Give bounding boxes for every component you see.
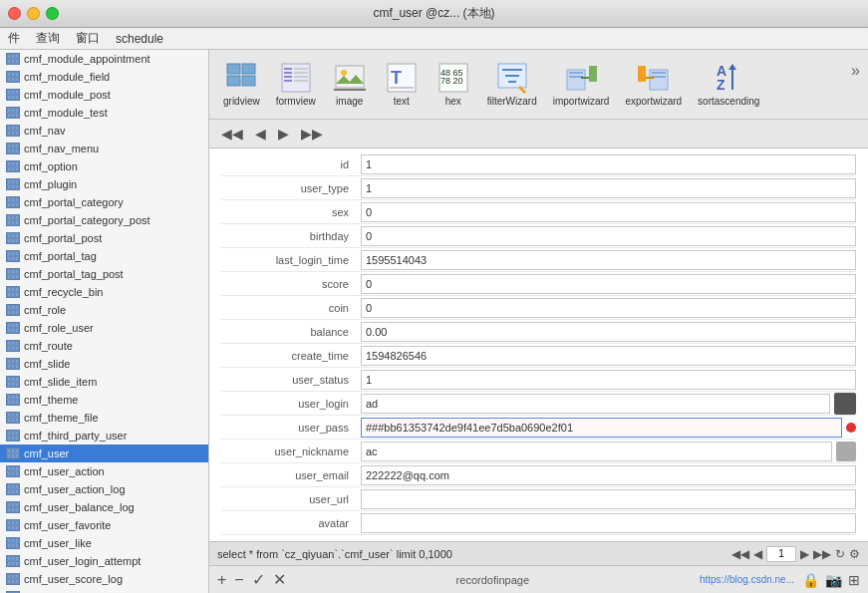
menu-item-window[interactable]: 窗口 (76, 30, 100, 47)
field-input-user_nickname[interactable] (361, 442, 832, 461)
sidebar-item-cmf_module_post[interactable]: cmf_module_post (0, 86, 208, 104)
bottom-toolbar: + − ✓ ✕ recordofinpage https://blog.csdn… (209, 565, 868, 593)
sidebar-item-cmf_user_score_log[interactable]: cmf_user_score_log (0, 570, 208, 588)
sidebar-item-cmf_user[interactable]: cmf_user (0, 445, 208, 462)
field-input-id[interactable] (361, 154, 856, 174)
sidebar-item-cmf_plugin[interactable]: cmf_plugin (0, 175, 208, 193)
sidebar-item-label: cmf_portal_category_post (24, 214, 150, 226)
toolbar-hex[interactable]: 48 65 78 20 hex (430, 58, 477, 111)
table-icon (6, 286, 20, 298)
sidebar-item-cmf_user_token[interactable]: cmf_user_token (0, 588, 208, 593)
toolbar-text[interactable]: T text (378, 58, 426, 111)
import-icon (565, 62, 597, 94)
sidebar-item-cmf_user_action_log[interactable]: cmf_user_action_log (0, 480, 208, 498)
lock-icon[interactable]: 🔒 (802, 572, 819, 588)
status-nav-prev[interactable]: ◀ (753, 547, 762, 561)
field-input-avatar[interactable] (361, 513, 856, 533)
sidebar-item-label: cmf_plugin (24, 178, 77, 190)
sidebar-item-cmf_portal_tag[interactable]: cmf_portal_tag (0, 247, 208, 265)
toolbar-export[interactable]: exportwizard (619, 58, 688, 111)
sidebar-item-cmf_user_balance_log[interactable]: cmf_user_balance_log (0, 498, 208, 516)
field-label-create_time: create_time (221, 350, 361, 362)
sidebar-item-cmf_user_login_attempt[interactable]: cmf_user_login_attempt (0, 552, 208, 570)
sidebar-item-cmf_theme[interactable]: cmf_theme (0, 391, 208, 409)
field-label-user_pass: user_pass (221, 422, 361, 434)
menu-item-schedule[interactable]: schedule (116, 32, 163, 46)
sidebar-item-cmf_user_favorite[interactable]: cmf_user_favorite (0, 516, 208, 534)
sidebar-item-cmf_role[interactable]: cmf_role (0, 301, 208, 319)
remove-button[interactable]: − (234, 571, 243, 589)
field-input-user_status[interactable] (361, 370, 856, 390)
sidebar-item-cmf_route[interactable]: cmf_route (0, 337, 208, 355)
sidebar-item-cmf_user_action[interactable]: cmf_user_action (0, 462, 208, 480)
field-input-sex[interactable] (361, 202, 856, 222)
field-input-create_time[interactable] (361, 346, 856, 366)
field-input-user_url[interactable] (361, 489, 856, 509)
sidebar-item-cmf_recycle_bin[interactable]: cmf_recycle_bin (0, 283, 208, 301)
sidebar-item-cmf_portal_category_post[interactable]: cmf_portal_category_post (0, 211, 208, 229)
sidebar-item-cmf_portal_category[interactable]: cmf_portal_category (0, 193, 208, 211)
camera-icon[interactable]: 📷 (825, 572, 842, 588)
sidebar-item-cmf_slide[interactable]: cmf_slide (0, 355, 208, 373)
status-page-input[interactable] (766, 546, 796, 562)
status-nav-first[interactable]: ◀◀ (731, 547, 749, 561)
field-input-user_email[interactable] (361, 465, 856, 485)
toolbar-import[interactable]: importwizard (547, 58, 616, 111)
toolbar-filter[interactable]: filterWizard (481, 58, 543, 111)
sidebar-item-cmf_portal_tag_post[interactable]: cmf_portal_tag_post (0, 265, 208, 283)
field-input-last_login_time[interactable] (361, 250, 856, 270)
status-nav-next[interactable]: ▶ (800, 547, 809, 561)
sidebar-item-cmf_nav_menu[interactable]: cmf_nav_menu (0, 140, 208, 157)
add-button[interactable]: + (217, 571, 226, 589)
sidebar-item-cmf_module_appointment[interactable]: cmf_module_appointment (0, 50, 208, 68)
field-input-user_login[interactable] (361, 394, 830, 414)
field-input-score[interactable] (361, 274, 856, 294)
svg-rect-13 (336, 66, 364, 88)
menu-item-query[interactable]: 查询 (36, 30, 60, 47)
toolbar-sort[interactable]: A Z sortascending (692, 58, 765, 111)
field-input-user_pass[interactable] (361, 418, 842, 438)
table-icon (6, 196, 20, 208)
minimize-button[interactable] (27, 7, 40, 20)
menu-item-file[interactable]: 件 (8, 30, 20, 47)
close-button[interactable] (8, 7, 21, 20)
nav-first[interactable]: ◀◀ (217, 124, 247, 144)
toolbar-image[interactable]: image (326, 58, 374, 111)
sidebar-item-label: cmf_module_appointment (24, 53, 150, 65)
sidebar-item-cmf_module_test[interactable]: cmf_module_test (0, 104, 208, 122)
user-pass-container: 明文密码为admin (361, 418, 856, 438)
more-button[interactable]: » (851, 54, 860, 80)
field-input-balance[interactable] (361, 322, 856, 342)
form-row: id (221, 152, 856, 176)
sidebar-item-cmf_portal_post[interactable]: cmf_portal_post (0, 229, 208, 247)
discard-button[interactable]: ✕ (273, 570, 286, 589)
hex-icon: 48 65 78 20 (437, 62, 469, 94)
sidebar-item-cmf_nav[interactable]: cmf_nav (0, 122, 208, 140)
form-icon (280, 62, 312, 94)
sidebar-item-cmf_option[interactable]: cmf_option (0, 157, 208, 175)
nav-last[interactable]: ▶▶ (297, 124, 327, 144)
sidebar-item-cmf_module_field[interactable]: cmf_module_field (0, 68, 208, 86)
sidebar-item-cmf_slide_item[interactable]: cmf_slide_item (0, 373, 208, 391)
status-settings[interactable]: ⚙ (849, 547, 860, 561)
bottom-link[interactable]: https://blog.csdn.ne... (700, 574, 794, 585)
sidebar-item-cmf_theme_file[interactable]: cmf_theme_file (0, 409, 208, 427)
nav-prev[interactable]: ◀ (251, 124, 270, 144)
toolbar-formview[interactable]: formview (270, 58, 322, 111)
field-input-birthday[interactable] (361, 226, 856, 246)
toolbar-gridview[interactable]: gridview (217, 58, 266, 111)
status-refresh[interactable]: ↻ (835, 547, 845, 561)
status-nav-last[interactable]: ▶▶ (813, 547, 831, 561)
sidebar-item-label: cmf_user_login_attempt (24, 555, 141, 567)
confirm-button[interactable]: ✓ (252, 570, 265, 589)
nav-next[interactable]: ▶ (274, 124, 293, 144)
grid-small-icon[interactable]: ⊞ (848, 572, 860, 588)
table-icon (6, 304, 20, 316)
field-input-user_type[interactable] (361, 178, 856, 198)
sidebar-item-cmf_third_party_user[interactable]: cmf_third_party_user (0, 427, 208, 445)
svg-text:T: T (391, 68, 402, 88)
maximize-button[interactable] (46, 7, 59, 20)
sidebar-item-cmf_role_user[interactable]: cmf_role_user (0, 319, 208, 337)
field-input-coin[interactable] (361, 298, 856, 318)
sidebar-item-cmf_user_like[interactable]: cmf_user_like (0, 534, 208, 552)
